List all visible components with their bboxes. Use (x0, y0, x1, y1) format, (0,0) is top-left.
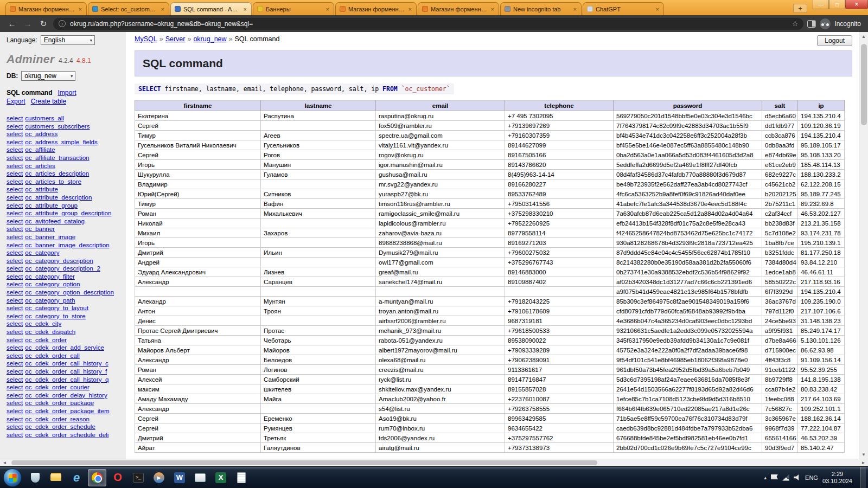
console-taskbar-button[interactable]: >_ (129, 469, 148, 486)
new-tab-button[interactable]: + (793, 4, 807, 13)
keyboard-language-indicator[interactable]: ENG (805, 474, 818, 481)
url-text[interactable]: okrug.ru/adm.php?username=okrug_new&db=o… (70, 20, 788, 28)
select-table-link[interactable]: select (7, 423, 23, 430)
table-name-link[interactable]: oc_category_option_description (25, 288, 114, 296)
tab-close-icon[interactable]: × (573, 6, 577, 12)
select-table-link[interactable]: select (7, 138, 23, 145)
select-table-link[interactable]: select (7, 170, 23, 177)
adminer-logo-text[interactable]: Adminer (7, 53, 55, 65)
select-table-link[interactable]: select (7, 114, 23, 121)
select-table-link[interactable]: select (7, 241, 23, 248)
table-name-link[interactable]: oc_category_to_store (25, 312, 86, 319)
select-table-link[interactable]: select (7, 376, 23, 383)
select-table-link[interactable]: select (7, 368, 23, 375)
horizontal-scrollbar[interactable]: ◄ ► (0, 459, 868, 466)
tab-close-icon[interactable]: × (490, 6, 495, 12)
side-panel-icon[interactable] (807, 20, 816, 28)
player-taskbar-button[interactable]: ▶ (150, 469, 168, 486)
table-name-link[interactable]: oc_address (25, 130, 58, 137)
select-table-link[interactable]: select (7, 344, 23, 351)
column-header[interactable]: telephone (505, 100, 614, 111)
paint-taskbar-button[interactable] (191, 469, 209, 486)
breadcrumb-item[interactable]: MySQL (135, 35, 157, 43)
select-table-link[interactable]: select (7, 217, 23, 224)
opera-taskbar-button[interactable]: O (108, 469, 127, 486)
table-name-link[interactable]: oc_attribute_description (25, 194, 92, 201)
table-name-link[interactable]: oc_affiliate_transaction (25, 154, 89, 161)
adminer-latest-version-link[interactable]: 4.8.1 (76, 57, 91, 65)
select-table-link[interactable]: select (7, 194, 23, 201)
security-taskbar-button[interactable] (26, 469, 44, 486)
hidden-icons-arrow[interactable]: ▴ (764, 475, 767, 480)
table-name-link[interactable]: oc_articles_description (25, 170, 89, 177)
table-name-link[interactable]: oc_articles (25, 162, 55, 169)
table-name-link[interactable]: oc_cdek_order_schedule_deli (25, 431, 108, 438)
db-select[interactable]: okrug_new ▾ (21, 71, 75, 81)
select-table-link[interactable]: select (7, 280, 23, 287)
select-table-link[interactable]: select (7, 399, 23, 406)
select-table-link[interactable]: select (7, 265, 23, 272)
select-table-link[interactable]: select (7, 123, 23, 130)
browser-tab[interactable]: Магазин форменной оде...× (335, 2, 417, 15)
table-name-link[interactable]: customers_all (25, 114, 64, 121)
start-button[interactable] (3, 468, 22, 487)
breadcrumb-item[interactable]: okrug_new (193, 35, 226, 43)
table-name-link[interactable]: oc_attribute (25, 185, 58, 192)
close-window-button[interactable]: × (845, 0, 868, 9)
browser-tab[interactable]: ChatGPT× (583, 2, 664, 15)
table-name-link[interactable]: oc_cdek_order_courier (25, 383, 90, 390)
tab-close-icon[interactable]: × (326, 6, 330, 12)
select-table-link[interactable]: select (7, 431, 23, 438)
tab-close-icon[interactable]: × (655, 6, 660, 12)
table-name-link[interactable]: oc_cdek_order_schedule (25, 423, 95, 430)
scroll-right-icon[interactable]: ► (859, 459, 868, 467)
browser-tab[interactable]: Магазин форменной оде...× (418, 2, 499, 15)
table-name-link[interactable]: oc_banner_image (25, 233, 75, 240)
column-header[interactable]: ip (798, 100, 845, 111)
tab-close-icon[interactable]: × (161, 6, 165, 12)
table-name-link[interactable]: oc_category (25, 249, 59, 256)
select-table-link[interactable]: select (7, 178, 23, 185)
logout-button[interactable]: Logout (817, 35, 852, 46)
select-table-link[interactable]: select (7, 209, 23, 216)
column-header[interactable]: lastname (261, 100, 376, 111)
table-name-link[interactable]: oc_category_description (25, 257, 93, 264)
select-table-link[interactable]: select (7, 154, 23, 161)
tab-close-icon[interactable]: × (243, 6, 247, 12)
reload-button[interactable]: ↻ (37, 18, 49, 30)
browser-tab[interactable]: Магазин форменной оде...× (5, 2, 87, 15)
horizontal-scroll-thumb[interactable] (11, 460, 597, 465)
chrome-taskbar-button[interactable] (88, 469, 106, 486)
table-name-link[interactable]: oc_cdek_order_add_service (25, 344, 104, 351)
select-table-link[interactable]: select (7, 383, 23, 390)
site-info-icon[interactable]: i (59, 20, 66, 27)
table-name-link[interactable]: oc_banner (25, 225, 55, 232)
select-table-link[interactable]: select (7, 225, 23, 232)
select-table-link[interactable]: select (7, 320, 23, 327)
excel-taskbar-button[interactable]: X (212, 469, 230, 486)
select-table-link[interactable]: select (7, 162, 23, 169)
tab-close-icon[interactable]: × (78, 6, 82, 12)
sidebar-import-link[interactable]: Import (58, 89, 76, 97)
table-name-link[interactable]: oc_address_simple_fields (25, 138, 97, 145)
table-name-link[interactable]: oc_banner_image_description (25, 241, 109, 248)
select-table-link[interactable]: select (7, 391, 23, 399)
browser-tab[interactable]: Select: oc_customer - Adm...× (88, 2, 169, 15)
forward-button[interactable]: → (22, 18, 34, 30)
select-table-link[interactable]: select (7, 273, 23, 280)
select-table-link[interactable]: select (7, 185, 23, 192)
table-name-link[interactable]: oc_cdek_order_call (25, 352, 80, 359)
explorer-taskbar-button[interactable] (47, 469, 65, 486)
select-table-link[interactable]: select (7, 415, 23, 422)
maximize-button[interactable]: □ (829, 0, 845, 9)
select-table-link[interactable]: select (7, 359, 23, 367)
browser-tab[interactable]: Баннеры× (253, 2, 334, 15)
sidebar-sql-command-link[interactable]: SQL command (7, 89, 52, 97)
table-name-link[interactable]: oc_articles_to_store (25, 178, 81, 185)
browser-tab[interactable]: New incognito tab× (500, 2, 582, 15)
select-table-link[interactable]: select (7, 297, 23, 304)
bookmark-star-icon[interactable]: ☆ (792, 20, 799, 28)
select-table-link[interactable]: select (7, 328, 23, 335)
notepad-taskbar-button[interactable] (232, 469, 251, 486)
scroll-up-icon[interactable]: ▲ (859, 32, 868, 41)
